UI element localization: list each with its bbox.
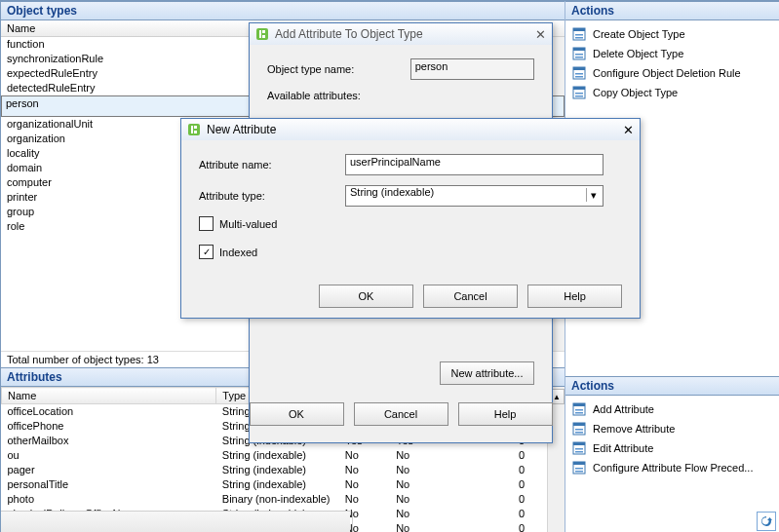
close-icon[interactable]: ✕ xyxy=(535,27,546,42)
indexed-label: Indexed xyxy=(219,247,257,258)
svg-rect-26 xyxy=(575,448,583,450)
svg-rect-37 xyxy=(191,126,193,133)
action-label: Configure Object Deletion Rule xyxy=(593,67,741,79)
svg-rect-31 xyxy=(575,471,583,473)
action-item[interactable]: Delete Object Type xyxy=(567,44,778,63)
dialog-new-attribute-body: Attribute name: userPrincipalName Attrib… xyxy=(181,140,640,318)
close-icon[interactable]: ✕ xyxy=(623,123,634,137)
object-type-name-field: person xyxy=(410,58,534,80)
app-icon xyxy=(187,123,201,136)
cancel-button[interactable]: Cancel xyxy=(423,285,518,308)
svg-rect-30 xyxy=(575,468,583,470)
svg-rect-5 xyxy=(573,48,585,51)
svg-rect-39 xyxy=(194,131,197,133)
column-header[interactable]: Name xyxy=(2,388,216,404)
svg-rect-14 xyxy=(575,93,583,95)
svg-rect-17 xyxy=(573,403,585,406)
dialog-new-attribute: New Attribute ✕ Attribute name: userPrin… xyxy=(180,118,641,319)
svg-rect-7 xyxy=(575,57,583,58)
table-row[interactable]: personalTitleString (indexable)NoNo0 xyxy=(2,477,565,492)
new-attribute-button[interactable]: New attribute... xyxy=(440,361,534,385)
action-label: Configure Attribute Flow Preced... xyxy=(593,462,753,474)
cancel-button[interactable]: Cancel xyxy=(354,402,448,426)
svg-rect-2 xyxy=(575,34,583,36)
svg-rect-18 xyxy=(575,409,583,411)
dialog-new-attribute-titlebar[interactable]: New Attribute ✕ xyxy=(181,119,640,140)
label-object-type-name: Object type name: xyxy=(267,63,410,75)
svg-rect-6 xyxy=(575,54,583,56)
dialog-add-attribute-title: Add Attribute To Object Type xyxy=(275,27,423,41)
action-item[interactable]: Configure Object Deletion Rule xyxy=(567,63,778,83)
multi-valued-label: Multi-valued xyxy=(219,218,277,230)
action-label: Create Object Type xyxy=(593,28,685,40)
app-icon xyxy=(255,27,269,41)
svg-rect-33 xyxy=(259,30,261,38)
svg-rect-1 xyxy=(573,28,585,31)
dialog-add-attribute-titlebar[interactable]: Add Attribute To Object Type ✕ xyxy=(250,23,552,45)
action-label: Copy Object Type xyxy=(593,87,678,98)
svg-rect-23 xyxy=(575,432,583,434)
svg-rect-3 xyxy=(575,37,583,39)
actions-top-header: Actions xyxy=(565,1,779,20)
svg-rect-29 xyxy=(573,462,585,465)
action-label: Delete Object Type xyxy=(593,48,683,59)
attribute-type-select[interactable]: String (indexable) ▾ xyxy=(345,185,604,207)
multi-valued-checkbox[interactable]: Multi-valued xyxy=(199,216,622,231)
svg-rect-21 xyxy=(573,423,585,426)
action-item[interactable]: Add Attribute xyxy=(567,399,778,419)
svg-rect-25 xyxy=(573,442,585,445)
ok-button[interactable]: OK xyxy=(319,285,413,308)
indexed-checkbox[interactable]: ✓ Indexed xyxy=(199,245,622,259)
attribute-name-input[interactable]: userPrincipalName xyxy=(345,154,604,175)
action-item[interactable]: Remove Attribute xyxy=(567,419,778,438)
checkbox-icon xyxy=(199,216,214,231)
help-button[interactable]: Help xyxy=(458,402,553,426)
svg-rect-15 xyxy=(575,95,583,97)
status-bar xyxy=(1,511,350,532)
action-item[interactable]: Configure Attribute Flow Preced... xyxy=(567,458,778,477)
action-label: Edit Attribute xyxy=(593,442,653,454)
action-label: Remove Attribute xyxy=(593,423,675,435)
label-attribute-type: Attribute type: xyxy=(199,190,345,202)
help-button[interactable]: Help xyxy=(527,285,622,308)
svg-rect-13 xyxy=(573,87,585,90)
svg-rect-22 xyxy=(575,429,583,431)
label-attribute-name: Attribute name: xyxy=(199,159,345,171)
ok-button[interactable]: OK xyxy=(250,402,344,426)
app-root: Object types Name functionsynchronizatio… xyxy=(0,0,779,532)
action-label: Add Attribute xyxy=(593,403,654,415)
table-row[interactable]: pagerString (indexable)NoNo0 xyxy=(2,463,565,477)
svg-rect-34 xyxy=(262,30,265,33)
object-types-header: Object types xyxy=(1,1,565,20)
actions-bottom-header: Actions xyxy=(565,376,779,396)
table-row[interactable]: ouString (indexable)NoNo0 xyxy=(2,448,565,463)
svg-rect-19 xyxy=(575,412,583,414)
svg-rect-32 xyxy=(256,28,268,40)
svg-rect-10 xyxy=(575,73,583,75)
refresh-icon[interactable] xyxy=(757,512,776,531)
table-row[interactable]: photoBinary (non-indexable)NoNo0 xyxy=(2,492,565,507)
svg-rect-27 xyxy=(575,451,583,453)
svg-rect-36 xyxy=(188,124,200,135)
actions-bottom-list: Add AttributeRemove AttributeEdit Attrib… xyxy=(565,396,779,481)
svg-rect-35 xyxy=(262,35,265,38)
action-item[interactable]: Edit Attribute xyxy=(567,438,778,458)
action-item[interactable]: Create Object Type xyxy=(567,24,778,44)
action-item[interactable]: Copy Object Type xyxy=(567,83,778,102)
attribute-type-value: String (indexable) xyxy=(350,186,434,198)
checkbox-icon: ✓ xyxy=(199,245,214,259)
label-available-attributes: Available attributes: xyxy=(267,90,413,101)
chevron-down-icon[interactable]: ▾ xyxy=(586,188,601,202)
dialog-new-attribute-title: New Attribute xyxy=(207,123,276,136)
svg-rect-9 xyxy=(573,67,585,70)
svg-rect-38 xyxy=(194,126,197,129)
svg-rect-11 xyxy=(575,76,583,78)
